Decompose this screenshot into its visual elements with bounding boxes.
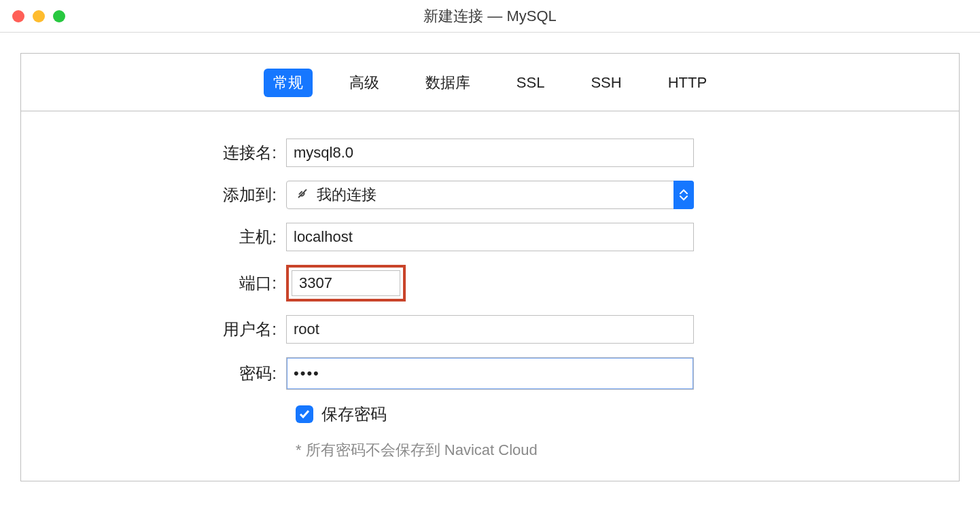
row-connection-name: 连接名: [41, 139, 939, 167]
tab-ssh[interactable]: SSH [581, 70, 631, 96]
titlebar: 新建连接 — MySQL [0, 0, 980, 33]
password-cloud-note: * 所有密码不会保存到 Navicat Cloud [296, 440, 939, 460]
connection-name-input[interactable] [286, 139, 694, 167]
tab-database[interactable]: 数据库 [416, 69, 480, 97]
tab-advanced[interactable]: 高级 [340, 69, 389, 97]
tab-ssl[interactable]: SSL [507, 70, 555, 96]
row-password: 密码: [41, 357, 939, 390]
dialog-window: 新建连接 — MySQL 常规 高级 数据库 SSL SSH HTTP 连接名: [0, 0, 980, 512]
label-host: 主机: [41, 226, 286, 248]
chevron-down-icon [680, 196, 688, 201]
save-password-checkbox[interactable] [296, 405, 313, 423]
tab-http[interactable]: HTTP [659, 70, 716, 96]
tab-general[interactable]: 常规 [264, 69, 313, 97]
plug-icon [295, 186, 310, 204]
main-panel: 常规 高级 数据库 SSL SSH HTTP 连接名: 添加到: [20, 53, 960, 481]
add-to-selected-value: 我的连接 [317, 185, 377, 205]
row-host: 主机: [41, 223, 939, 251]
port-highlight-box [286, 265, 406, 301]
window-title: 新建连接 — MySQL [0, 6, 980, 26]
label-connection-name: 连接名: [41, 142, 286, 164]
form-area: 连接名: 添加到: [21, 111, 959, 481]
chevron-up-icon [680, 189, 688, 194]
close-window-button[interactable] [12, 10, 24, 22]
row-port: 端口: [41, 265, 939, 301]
row-username: 用户名: [41, 315, 939, 344]
row-add-to: 添加到: 我的连接 [41, 181, 939, 209]
password-input[interactable] [286, 357, 694, 390]
check-icon [298, 408, 311, 420]
label-add-to: 添加到: [41, 184, 286, 206]
port-input[interactable] [292, 270, 400, 296]
username-input[interactable] [286, 315, 694, 344]
dropdown-toggle-button[interactable] [673, 181, 694, 209]
row-save-password: 保存密码 [296, 403, 939, 425]
add-to-dropdown[interactable]: 我的连接 [286, 181, 694, 209]
host-input[interactable] [286, 223, 694, 251]
save-password-label: 保存密码 [321, 403, 387, 425]
label-port: 端口: [41, 272, 286, 294]
maximize-window-button[interactable] [53, 10, 65, 22]
label-password: 密码: [41, 363, 286, 384]
traffic-lights [12, 10, 65, 22]
body-area: 常规 高级 数据库 SSL SSH HTTP 连接名: 添加到: [0, 33, 980, 481]
tab-bar: 常规 高级 数据库 SSL SSH HTTP [21, 54, 959, 111]
minimize-window-button[interactable] [33, 10, 45, 22]
label-username: 用户名: [41, 318, 286, 340]
